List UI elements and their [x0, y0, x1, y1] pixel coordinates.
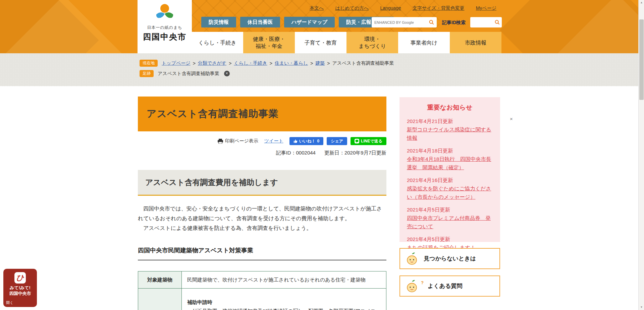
- tab-jigyosha-muke[interactable]: 事業者向け: [398, 32, 450, 53]
- table-row-label: 対象建築物: [138, 271, 182, 289]
- site-header: 日本一の紙のまち 四国中央市 本文へ はじめての方へ Language 文字サイ…: [0, 0, 644, 53]
- search-icon[interactable]: [495, 20, 500, 25]
- breadcrumb: 現在地 トップページ > 分類でさがす > くらし・手続き > 住まい・暮らし …: [140, 60, 394, 67]
- sidebar-close-icon[interactable]: ×: [510, 116, 513, 122]
- mite-mite-floating-widget[interactable]: ひ みて!みて! 四国中央市 開く: [3, 269, 37, 307]
- tab-label: 事業者向け: [411, 39, 437, 46]
- tab-label: 福祉・年金: [256, 43, 282, 50]
- notice-item: 2021年4月5日更新 四国中央市プレミアム付商品券 発売について: [407, 205, 493, 231]
- breadcrumb-separator: >: [193, 61, 196, 66]
- faq-box[interactable]: ? よくある質問: [399, 275, 500, 297]
- tab-shisei-joho[interactable]: 市政情報: [450, 32, 501, 53]
- main-nav-tabs: くらし・手続き 健康・医療・ 福祉・年金 子育て・教育 環境・ まちづくり 事業…: [192, 32, 501, 53]
- hazard-map-button[interactable]: ハザードマップ: [284, 17, 335, 27]
- printer-icon: [218, 139, 223, 144]
- utility-link-language[interactable]: Language: [380, 5, 401, 11]
- not-found-help-box[interactable]: 見つからないときは: [399, 248, 500, 269]
- breadcrumb-link-kenchiku[interactable]: 建築: [315, 60, 325, 66]
- page-scrollbar[interactable]: ▲ ▼: [638, 0, 644, 310]
- breadcrumb-link-category[interactable]: 分類でさがす: [198, 60, 226, 66]
- footprint-badge: 足跡: [140, 70, 154, 77]
- facebook-share-button[interactable]: シェア: [327, 137, 347, 145]
- holiday-doctor-button[interactable]: 休日当番医: [240, 17, 280, 27]
- tab-label: 健康・医療・: [253, 36, 285, 43]
- sub-heading-rule: [138, 260, 386, 260]
- important-notices-panel: 重要なお知らせ 2021年4月21日更新 新型コロナウイルス感染症に関する情報 …: [399, 97, 500, 242]
- breadcrumb-separator: >: [327, 61, 330, 66]
- subsidy-info-table: 対象建築物 民間建築物で、吹付けアスベストが施工されているおそれのある住宅・建築…: [138, 271, 386, 310]
- notice-item: 2021年4月16日更新 感染拡大を防ぐためにご協力ください（市長からのメッセー…: [407, 176, 493, 201]
- line-app-icon: [355, 139, 359, 143]
- tab-kurashi-tetsuzuki[interactable]: くらし・手続き: [192, 32, 243, 53]
- utility-link-first-time[interactable]: はじめての方へ: [335, 5, 369, 11]
- facebook-like-button[interactable]: いいね！ 0: [289, 137, 324, 145]
- breadcrumb-separator: >: [310, 61, 313, 66]
- line-share-label: LINEで送る: [361, 138, 382, 144]
- scrollbar-thumb[interactable]: [639, 19, 644, 100]
- social-row: 印刷ページ表示 ツイート いいね！ 0 シェア LINEで送る: [138, 137, 386, 145]
- footprint-close-icon[interactable]: ×: [224, 71, 230, 76]
- article-id-search-input[interactable]: [472, 20, 495, 25]
- utility-link-to-content[interactable]: 本文へ: [310, 5, 324, 11]
- calligraphy-badge: ひ: [14, 272, 26, 284]
- article-body: 四国中央市では、安心・安全なまちづくりの一環として、民間建築物の吹付けアスベスト…: [138, 204, 386, 233]
- widget-open-label[interactable]: 開く: [6, 300, 13, 305]
- table-row-value: 補助申請時 付近見取図、建築確認通知書及び検査済証の写し、配置図、各階平面図(ア…: [182, 289, 386, 310]
- print-page-label: 印刷ページ表示: [225, 138, 258, 144]
- city-logo[interactable]: 日本一の紙のまち 四国中央市: [138, 0, 192, 53]
- footprint-item: アスベスト含有調査補助事業: [158, 71, 219, 77]
- search-icon[interactable]: [429, 20, 434, 25]
- article-id-search-box[interactable]: [470, 17, 502, 27]
- breadcrumb-link-top[interactable]: トップページ: [162, 60, 191, 66]
- tab-label: 市政情報: [465, 39, 486, 46]
- city-logo-icon: [154, 3, 176, 23]
- tab-label: くらし・手続き: [198, 39, 236, 46]
- table-row-label: 必要書類: [138, 289, 182, 310]
- mascot-question-icon: [404, 279, 420, 293]
- scrollbar-up-arrow[interactable]: ▲: [639, 0, 644, 5]
- table-row: 対象建築物 民間建築物で、吹付けアスベストが施工されているおそれのある住宅・建築…: [138, 271, 386, 289]
- calligraphy-mark-glyph: ひ: [16, 273, 24, 283]
- notices-title: 重要なお知らせ: [407, 103, 493, 112]
- breadcrumb-current-page: アスベスト含有調査補助事業: [332, 60, 394, 66]
- tab-kosodate-kyoiku[interactable]: 子育て・教育: [295, 32, 346, 53]
- notice-link[interactable]: 四国中央市プレミアム付商品券 発売について: [407, 215, 491, 229]
- utility-link-mypage[interactable]: Myページ: [476, 5, 496, 11]
- disaster-info-button[interactable]: 防災情報: [201, 17, 236, 27]
- notice-date: 2021年4月5日更新: [407, 235, 493, 243]
- logo-city-name: 四国中央市: [138, 32, 192, 42]
- line-share-button[interactable]: LINEで送る: [351, 137, 386, 145]
- google-search-input[interactable]: [374, 20, 429, 24]
- tab-label: まちづくり: [359, 43, 386, 50]
- tweet-link[interactable]: ツイート: [264, 138, 283, 144]
- page-title: アスベスト含有調査補助事業: [138, 97, 386, 131]
- notice-date: 2021年4月5日更新: [407, 205, 493, 214]
- share-label: シェア: [331, 138, 343, 144]
- notice-date: 2021年4月16日更新: [407, 176, 493, 184]
- footprint-row: 足跡 アスベスト含有調査補助事業 ×: [140, 70, 230, 77]
- article-id-search-label: 記事ID検索: [442, 20, 466, 26]
- tab-kankyo-machizukuri[interactable]: 環境・ まちづくり: [346, 32, 398, 53]
- logo-tagline: 日本一の紙のまち: [138, 25, 192, 30]
- paragraph: 四国中央市では、安心・安全なまちづくりの一環として、民間建築物の吹付けアスベスト…: [138, 204, 386, 223]
- print-page-button[interactable]: 印刷ページ表示: [218, 138, 258, 144]
- notice-link[interactable]: 令和3年4月18日執行 四国中央市長選挙 開票結果（確定）: [407, 156, 491, 170]
- notice-link[interactable]: 感染拡大を防ぐためにご協力ください（市長からのメッセージ）: [407, 186, 491, 200]
- breadcrumb-link-sumai[interactable]: 住まい・暮らし: [275, 60, 308, 66]
- utility-link-font-size[interactable]: 文字サイズ・背景色変更: [413, 5, 465, 11]
- question-mark-glyph: ?: [421, 280, 424, 285]
- paragraph: アスベストによる健康被害を防止する為、含有調査を行いましょう。: [138, 223, 386, 233]
- article: アスベスト含有調査補助事業 印刷ページ表示 ツイート いいね！ 0 シェア: [138, 86, 386, 310]
- notice-link[interactable]: 新型コロナウイルス感染症に関する情報: [407, 127, 491, 141]
- notice-date: 2021年4月21日更新: [407, 117, 493, 125]
- tab-kenko-iryo-fukushi-nenkin[interactable]: 健康・医療・ 福祉・年金: [243, 32, 295, 53]
- google-search-box[interactable]: [372, 17, 437, 27]
- section-heading: アスベスト含有調査費用を補助します: [138, 170, 386, 196]
- breadcrumb-separator: >: [270, 61, 272, 66]
- current-location-badge: 現在地: [140, 60, 158, 67]
- scrollbar-down-arrow[interactable]: ▼: [639, 305, 644, 310]
- breadcrumb-link-kurashi[interactable]: くらし・手続き: [234, 60, 267, 66]
- sub-heading: 四国中央市民間建築物アスベスト対策事業: [138, 246, 386, 254]
- like-count: 0: [317, 139, 320, 143]
- article-id: 記事ID：0002044: [276, 150, 316, 156]
